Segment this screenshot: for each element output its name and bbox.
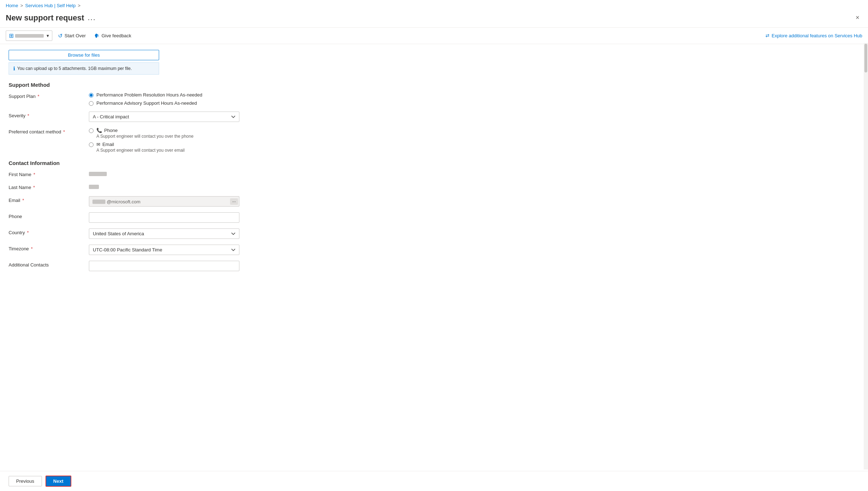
first-name-required: * xyxy=(32,172,35,177)
support-plan-row: Support Plan * Performance Problem Resol… xyxy=(9,92,314,106)
previous-button[interactable]: Previous xyxy=(9,476,42,486)
additional-contacts-control xyxy=(89,261,239,271)
email-field-wrapper: @microsoft.com ··· xyxy=(89,196,239,207)
contact-email-radio[interactable] xyxy=(89,142,94,147)
additional-contacts-row: Additional Contacts xyxy=(9,261,314,271)
give-feedback-button[interactable]: 🗣 Give feedback xyxy=(91,31,134,40)
email-required: * xyxy=(21,198,24,203)
more-options-dots[interactable]: ... xyxy=(88,14,96,22)
org-dropdown[interactable]: ⊞ ▾ xyxy=(6,30,52,41)
close-button[interactable]: × xyxy=(853,13,862,23)
contact-email-label: ✉ Email xyxy=(96,142,185,147)
last-name-required: * xyxy=(32,185,35,190)
first-name-label: First Name * xyxy=(9,170,80,177)
country-row: Country * United States of America Unite… xyxy=(9,228,314,239)
feedback-icon: 🗣 xyxy=(94,33,100,39)
explore-icon: ⇄ xyxy=(766,33,769,38)
support-plan-radio-1[interactable] xyxy=(89,93,94,98)
preferred-contact-options: 📞 Phone A Support engineer will contact … xyxy=(89,128,239,153)
email-control: @microsoft.com ··· xyxy=(89,196,239,207)
severity-label: Severity * xyxy=(9,112,80,118)
email-label: Email * xyxy=(9,196,80,203)
support-plan-label-1: Performance Problem Resolution Hours As-… xyxy=(96,92,202,98)
last-name-display xyxy=(89,183,239,190)
phone-label: Phone xyxy=(9,212,80,219)
first-name-display xyxy=(89,170,239,178)
toolbar: ⊞ ▾ ↺ Start Over 🗣 Give feedback ⇄ Explo… xyxy=(0,28,868,44)
severity-select[interactable]: A - Critical impact B - Moderate impact … xyxy=(89,112,239,122)
phone-control xyxy=(89,212,239,223)
support-plan-options: Performance Problem Resolution Hours As-… xyxy=(89,92,239,106)
start-over-icon: ↺ xyxy=(58,33,63,39)
scrollbar[interactable] xyxy=(864,43,868,469)
contact-info-section-title: Contact Information xyxy=(9,160,314,166)
support-plan-option-1[interactable]: Performance Problem Resolution Hours As-… xyxy=(89,92,239,98)
breadcrumb: Home > Services Hub | Self Help > xyxy=(0,0,868,11)
severity-row: Severity * A - Critical impact B - Moder… xyxy=(9,112,314,122)
email-input[interactable] xyxy=(89,196,239,207)
preferred-contact-label: Preferred contact method * xyxy=(9,128,80,134)
contact-email-desc: A Support engineer will contact you over… xyxy=(96,148,185,153)
info-icon: ℹ xyxy=(13,66,15,71)
explore-label: Explore additional features on Services … xyxy=(772,33,862,38)
first-name-control xyxy=(89,170,239,178)
org-dropdown-chevron: ▾ xyxy=(47,33,49,38)
additional-contacts-label: Additional Contacts xyxy=(9,261,80,268)
start-over-label: Start Over xyxy=(65,33,86,38)
phone-row: Phone xyxy=(9,212,314,223)
last-name-label: Last Name * xyxy=(9,183,80,190)
preferred-contact-radio-group: 📞 Phone A Support engineer will contact … xyxy=(89,128,239,153)
support-plan-option-2[interactable]: Performance Advisory Support Hours As-ne… xyxy=(89,100,239,106)
phone-input[interactable] xyxy=(89,212,239,223)
additional-contacts-input[interactable] xyxy=(89,261,239,271)
timezone-select[interactable]: UTC-08:00 Pacific Standard Time UTC-05:0… xyxy=(89,245,239,255)
email-row: Email * @microsoft.com ··· xyxy=(9,196,314,207)
browse-files-button[interactable]: Browse for files xyxy=(9,50,159,60)
first-name-redacted xyxy=(89,172,107,176)
give-feedback-label: Give feedback xyxy=(101,33,131,38)
support-plan-label-2: Performance Advisory Support Hours As-ne… xyxy=(96,100,197,106)
main-content: Browse for files ℹ You can upload up to … xyxy=(0,44,323,283)
severity-required: * xyxy=(26,113,29,118)
contact-phone-desc: A Support engineer will contact you over… xyxy=(96,134,194,139)
phone-icon: 📞 xyxy=(96,128,102,133)
breadcrumb-sep2: > xyxy=(78,3,81,8)
scroll-thumb[interactable] xyxy=(864,44,867,72)
last-name-control xyxy=(89,183,239,190)
last-name-redacted xyxy=(89,185,99,189)
page-title: New support request xyxy=(6,13,84,23)
next-button[interactable]: Next xyxy=(46,476,71,487)
support-plan-label: Support Plan * xyxy=(9,92,80,99)
breadcrumb-services-hub[interactable]: Services Hub | Self Help xyxy=(25,3,76,8)
contact-phone-option[interactable]: 📞 Phone A Support engineer will contact … xyxy=(89,128,239,139)
toolbar-left: ⊞ ▾ ↺ Start Over 🗣 Give feedback xyxy=(6,30,763,41)
country-required: * xyxy=(26,230,29,235)
breadcrumb-home[interactable]: Home xyxy=(6,3,18,8)
breadcrumb-sep1: > xyxy=(20,3,23,8)
timezone-label: Timezone * xyxy=(9,245,80,251)
org-icon: ⊞ xyxy=(9,32,14,39)
country-control: United States of America United Kingdom … xyxy=(89,228,239,239)
contact-email-option[interactable]: ✉ Email A Support engineer will contact … xyxy=(89,142,239,153)
attachment-area: Browse for files ℹ You can upload up to … xyxy=(9,50,314,75)
timezone-control: UTC-08:00 Pacific Standard Time UTC-05:0… xyxy=(89,245,239,255)
explore-link[interactable]: ⇄ Explore additional features on Service… xyxy=(766,33,862,38)
start-over-button[interactable]: ↺ Start Over xyxy=(55,31,89,41)
email-icon: ✉ xyxy=(96,142,100,147)
email-options-button[interactable]: ··· xyxy=(230,198,238,205)
attachment-info: ℹ You can upload up to 5 attachments. 1G… xyxy=(9,62,159,75)
preferred-contact-row: Preferred contact method * 📞 Phone A Sup… xyxy=(9,128,314,153)
org-name-placeholder xyxy=(15,34,44,38)
footer: Previous Next xyxy=(0,471,868,491)
support-plan-radio-2[interactable] xyxy=(89,101,94,106)
country-select[interactable]: United States of America United Kingdom … xyxy=(89,228,239,239)
timezone-row: Timezone * UTC-08:00 Pacific Standard Ti… xyxy=(9,245,314,255)
first-name-row: First Name * xyxy=(9,170,314,178)
page-title-row: New support request ... × xyxy=(0,11,868,28)
contact-phone-radio[interactable] xyxy=(89,128,94,133)
support-plan-required: * xyxy=(36,94,39,99)
main-content-wrapper: Browse for files ℹ You can upload up to … xyxy=(0,44,868,308)
country-label: Country * xyxy=(9,228,80,235)
contact-phone-label: 📞 Phone xyxy=(96,128,194,133)
support-method-section-title: Support Method xyxy=(9,82,314,88)
